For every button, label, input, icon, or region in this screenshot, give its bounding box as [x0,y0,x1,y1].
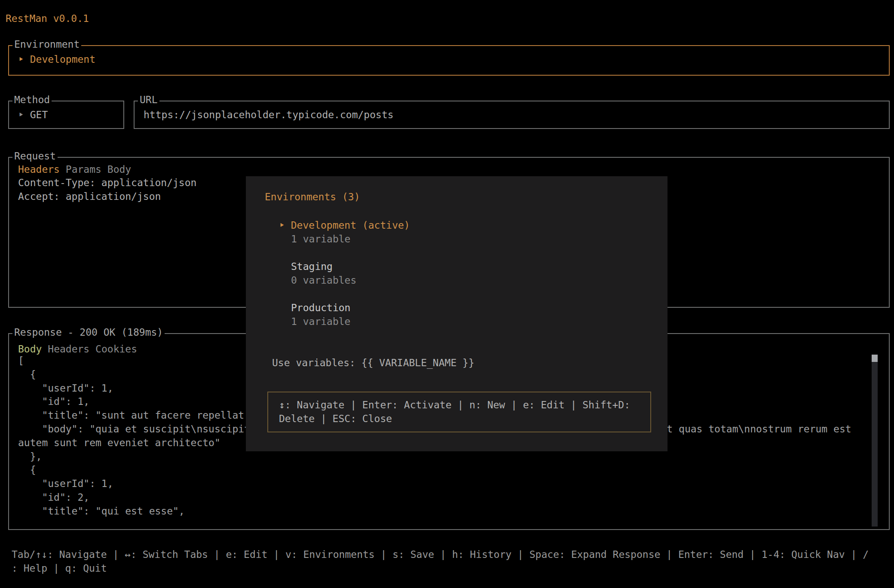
dropdown-arrow-icon: ‣ [18,54,24,65]
method-label: Method [12,93,52,107]
tab-headers[interactable]: Headers [48,343,89,355]
env-item-name[interactable]: Development (active) [291,220,410,231]
request-headers-content: Content-Type: application/json Accept: a… [18,176,196,204]
response-label: Response - 200 OK (189ms) [12,326,165,340]
env-item-count: 1 variable [291,233,350,246]
modal-title: Environments (3) [265,190,360,204]
tab-cookies[interactable]: Cookies [95,343,137,355]
status-bar: Tab/↑↓: Navigate | ↔: Switch Tabs | e: E… [12,548,869,576]
url-input[interactable]: URL https://jsonplaceholder.typicode.com… [134,101,890,129]
url-label: URL [138,93,159,107]
variables-usage-hint: Use variables: {{ VARIABLE_NAME }} [272,356,475,370]
env-item-count: 1 variable [291,315,350,329]
scrollbar[interactable] [872,355,878,527]
env-item-count: 0 variables [291,274,356,288]
request-label: Request [12,150,58,163]
tab-headers[interactable]: Headers [18,164,60,175]
environments-modal: Environments (3) ‣Development (active) 1… [246,176,667,451]
dropdown-arrow-icon: ‣ [18,109,24,120]
selected-arrow-icon: ‣ [279,220,285,231]
env-item-production[interactable]: Production [291,301,350,315]
scrollbar-thumb[interactable] [872,355,878,362]
method-selector[interactable]: Method ‣GET [8,101,124,129]
environment-label: Environment [12,38,81,52]
url-value[interactable]: https://jsonplaceholder.typicode.com/pos… [144,108,394,122]
env-item-development[interactable]: ‣Development (active) [279,219,410,233]
tab-body[interactable]: Body [18,343,42,355]
app-window: RestMan v0.0.1 Environment ‣Development … [0,0,894,588]
tab-params[interactable]: Params [66,164,101,175]
app-title: RestMan v0.0.1 [6,12,89,26]
modal-keybindings-box: ↕: Navigate | Enter: Activate | n: New |… [267,392,651,432]
environment-selector[interactable]: Environment ‣Development [8,45,890,76]
request-tabs: HeadersParamsBody [18,163,131,177]
modal-keybindings: ↕: Navigate | Enter: Activate | n: New |… [279,398,630,426]
method-value[interactable]: GET [30,109,48,120]
environment-value[interactable]: Development [30,54,95,65]
env-item-staging[interactable]: Staging [291,260,333,274]
tab-body[interactable]: Body [107,164,131,175]
